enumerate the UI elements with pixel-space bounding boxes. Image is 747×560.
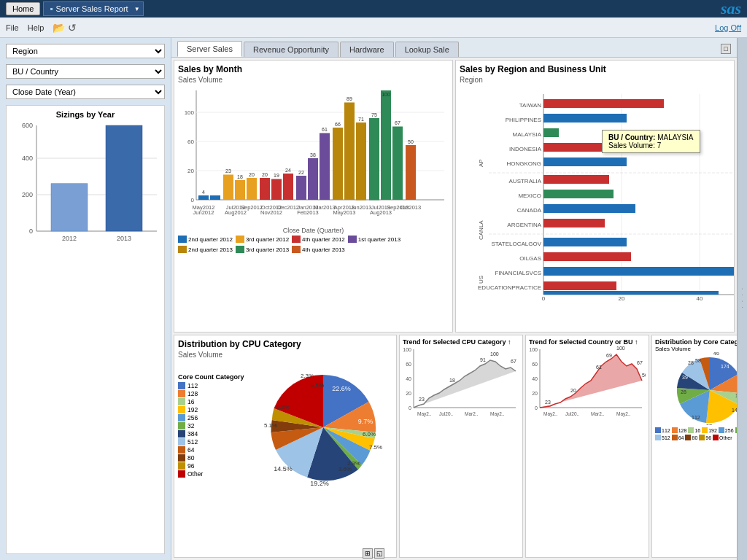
svg-text:22.6%: 22.6% [332, 385, 351, 392]
svg-text:PHILIPPINES: PHILIPPINES [506, 117, 541, 123]
svg-text:2012: 2012 [62, 235, 77, 242]
trend-cpu-title: Trend for Selected CPU Category ↑ [403, 338, 519, 346]
tab-lookup-sale[interactable]: Lookup Sale [395, 42, 459, 57]
cpu-legend: Core Count Category 112 128 16 192 256 3… [178, 373, 251, 478]
svg-rect-23 [210, 195, 220, 200]
svg-text:200: 200 [22, 191, 33, 198]
svg-marker-134 [414, 360, 516, 408]
svg-text:5.1%: 5.1% [264, 422, 277, 429]
region-filter[interactable]: Region [6, 44, 165, 58]
sales-volume-label: Sales Volume [178, 76, 449, 84]
core-dist-chart: Distribution by Core Category ↑ Sales Vo… [651, 335, 737, 558]
svg-text:Jun2013: Jun2013 [351, 204, 372, 211]
svg-rect-44 [344, 103, 355, 201]
sizings-title: Sizings by Year [11, 110, 160, 119]
svg-text:0: 0 [191, 197, 195, 203]
svg-rect-30 [260, 178, 270, 200]
svg-text:23: 23 [419, 397, 425, 402]
svg-text:18: 18 [449, 378, 455, 383]
svg-rect-28 [247, 178, 257, 200]
svg-text:EDUCATIONPRACTICE: EDUCATIONPRACTICE [478, 284, 541, 291]
side-handle[interactable]: · · · · [737, 38, 747, 560]
svg-text:AP: AP [478, 159, 484, 167]
bottom-row: Distribution by CPU Category Sales Volum… [174, 335, 735, 558]
svg-text:Jul20..: Jul20.. [565, 411, 579, 416]
tooltip-sales-label: Sales Volume: [608, 141, 655, 149]
core-dist-subtitle: Sales Volume [655, 346, 737, 352]
sizings-chart: Sizings by Year 0 200 400 600 2012 [6, 105, 165, 554]
svg-rect-111 [543, 267, 735, 276]
svg-text:60: 60 [187, 139, 194, 145]
report-title-bar[interactable]: ▪ Server Sales Report [43, 1, 143, 16]
sizings-svg: 0 200 400 600 2012 2013 [11, 122, 164, 257]
svg-text:May2..: May2.. [543, 411, 558, 417]
svg-text:19: 19 [274, 173, 279, 178]
svg-text:50: 50 [408, 139, 414, 144]
region-chart: Sales by Region and Business Unit Region… [455, 60, 735, 332]
svg-text:3.6%: 3.6% [338, 466, 352, 472]
svg-rect-36 [296, 176, 306, 200]
region-title: Sales by Region and Business Unit [460, 64, 730, 74]
svg-text:20: 20 [619, 295, 625, 302]
charts-grid: Sales by Month Sales Volume 0 20 60 100 [171, 58, 737, 560]
svg-text:20: 20 [187, 168, 194, 174]
svg-text:100: 100 [403, 347, 411, 352]
svg-rect-38 [308, 158, 318, 200]
sas-logo: sas [721, 0, 741, 18]
right-content: Server Sales Revenue Opportunity Hardwar… [171, 38, 737, 560]
svg-text:May2..: May2.. [490, 411, 505, 417]
svg-text:CANLA: CANLA [478, 220, 484, 240]
home-button[interactable]: Home [6, 2, 40, 15]
tabs-bar: Server Sales Revenue Opportunity Hardwar… [171, 38, 737, 58]
refresh-icon[interactable]: ↺ [68, 22, 77, 34]
svg-text:2.3%: 2.3% [301, 373, 314, 379]
tab-hardware[interactable]: Hardware [340, 42, 394, 57]
bu-country-filter[interactable]: BU / Country [6, 64, 165, 79]
svg-text:100: 100 [616, 346, 625, 351]
tab-revenue-opp[interactable]: Revenue Opportunity [244, 42, 338, 57]
help-menu[interactable]: Help [28, 23, 44, 32]
svg-rect-8 [51, 184, 88, 231]
region-tooltip: BU / Country: MALAYSIA Sales Volume: 7 [602, 130, 700, 153]
svg-text:28: 28 [681, 389, 686, 394]
svg-text:May2..: May2.. [616, 411, 631, 417]
svg-text:9.7%: 9.7% [358, 418, 374, 425]
svg-text:INDONESIA: INDONESIA [509, 146, 542, 152]
svg-text:TAIWAN: TAIWAN [519, 102, 541, 109]
trend-cpu-chart: Trend for Selected CPU Category ↑ 0 20 4… [399, 335, 523, 558]
close-date-filter[interactable]: Close Date (Year) [6, 85, 165, 99]
svg-rect-104 [543, 219, 605, 228]
svg-text:46: 46 [713, 352, 719, 356]
file-menu[interactable]: File [6, 23, 19, 32]
svg-text:60: 60 [406, 362, 411, 367]
svg-text:40: 40 [406, 376, 411, 381]
tooltip-value: MALAYSIA [657, 133, 693, 141]
svg-text:60: 60 [532, 362, 538, 367]
svg-text:MALAYSIA: MALAYSIA [513, 131, 542, 138]
svg-text:100: 100 [490, 351, 499, 357]
svg-text:39: 39 [682, 375, 688, 380]
svg-text:20: 20 [406, 391, 411, 396]
svg-text:23: 23 [225, 168, 231, 174]
window-restore[interactable]: □ [721, 44, 731, 54]
svg-text:69: 69 [606, 353, 612, 358]
open-icon[interactable]: 📂 [53, 22, 65, 34]
tab-server-sales[interactable]: Server Sales [177, 41, 242, 57]
svg-text:23: 23 [545, 400, 551, 405]
logout-button[interactable]: Log Off [715, 23, 741, 32]
cpu-dist-title: Distribution by CPU Category [178, 339, 392, 349]
svg-text:61: 61 [596, 365, 602, 370]
svg-text:STATELOCALGOV: STATELOCALGOV [491, 241, 541, 247]
trend-country-chart: Trend for Selected Country or BU ↑ 0 20 … [525, 335, 649, 558]
svg-rect-95 [543, 158, 627, 166]
svg-text:100: 100 [529, 347, 538, 352]
svg-text:14.5%: 14.5% [274, 465, 293, 472]
svg-text:67: 67 [637, 360, 643, 365]
svg-text:ARGENTINA: ARGENTINA [507, 222, 541, 228]
svg-rect-87 [543, 99, 664, 108]
svg-text:OILGAS: OILGAS [519, 255, 541, 262]
svg-text:91: 91 [480, 357, 486, 362]
svg-text:2013: 2013 [117, 235, 131, 242]
svg-rect-21 [198, 195, 209, 200]
svg-rect-91 [543, 128, 559, 137]
